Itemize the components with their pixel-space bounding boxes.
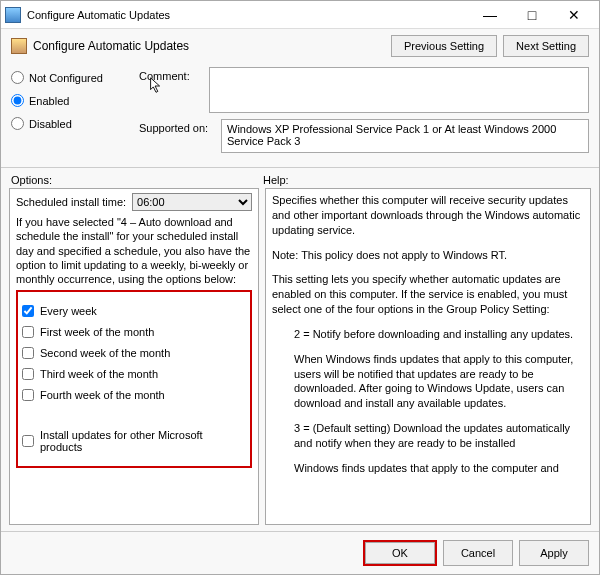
check-second-week[interactable]: Second week of the month (22, 347, 246, 359)
help-label: Help: (263, 174, 289, 186)
cancel-button[interactable]: Cancel (443, 540, 513, 566)
help-text: When Windows finds updates that apply to… (272, 352, 584, 411)
close-button[interactable]: ✕ (553, 3, 595, 27)
options-pane: Scheduled install time: 06:00 If you hav… (9, 188, 259, 525)
highlighted-options: Every week First week of the month Secon… (16, 290, 252, 468)
supported-on-label: Supported on: (139, 119, 221, 134)
scheduled-time-label: Scheduled install time: (16, 196, 126, 208)
options-scroll[interactable]: Scheduled install time: 06:00 If you hav… (10, 189, 258, 524)
check-fourth-week[interactable]: Fourth week of the month (22, 389, 246, 401)
radio-not-configured[interactable]: Not Configured (11, 71, 131, 84)
window-title: Configure Automatic Updates (27, 9, 469, 21)
help-text: Note: This policy does not apply to Wind… (272, 248, 584, 263)
mouse-cursor-icon (149, 77, 163, 95)
options-description: If you have selected "4 – Auto download … (16, 215, 252, 286)
help-text: 3 = (Default setting) Download the updat… (272, 421, 584, 451)
policy-editor-window: Configure Automatic Updates — □ ✕ Config… (0, 0, 600, 575)
help-text: Specifies whether this computer will rec… (272, 193, 584, 238)
dialog-footer: OK Cancel Apply (1, 531, 599, 574)
state-radio-group: Not Configured Enabled Disabled (11, 67, 131, 159)
radio-disabled[interactable]: Disabled (11, 117, 131, 130)
help-text: Windows finds updates that apply to the … (272, 461, 584, 476)
policy-header: Configure Automatic Updates Previous Set… (1, 29, 599, 63)
maximize-button[interactable]: □ (511, 3, 553, 27)
options-label: Options: (11, 174, 263, 186)
supported-on-text: Windows XP Professional Service Pack 1 o… (221, 119, 589, 153)
check-third-week[interactable]: Third week of the month (22, 368, 246, 380)
radio-enabled[interactable]: Enabled (11, 94, 131, 107)
title-bar: Configure Automatic Updates — □ ✕ (1, 1, 599, 29)
comment-textarea[interactable] (209, 67, 589, 113)
check-other-ms-products[interactable]: Install updates for other Microsoft prod… (22, 429, 246, 453)
config-area: Not Configured Enabled Disabled Comment:… (1, 63, 599, 168)
app-icon (5, 7, 21, 23)
next-setting-button[interactable]: Next Setting (503, 35, 589, 57)
help-scroll[interactable]: Specifies whether this computer will rec… (266, 189, 590, 524)
scheduled-time-select[interactable]: 06:00 (132, 193, 252, 211)
ok-button[interactable]: OK (365, 542, 435, 564)
help-text: 2 = Notify before downloading and instal… (272, 327, 584, 342)
apply-button[interactable]: Apply (519, 540, 589, 566)
check-every-week[interactable]: Every week (22, 305, 246, 317)
policy-icon (11, 38, 27, 54)
previous-setting-button[interactable]: Previous Setting (391, 35, 497, 57)
policy-name: Configure Automatic Updates (33, 39, 391, 53)
minimize-button[interactable]: — (469, 3, 511, 27)
help-text: This setting lets you specify whether au… (272, 272, 584, 317)
help-pane: Specifies whether this computer will rec… (265, 188, 591, 525)
check-first-week[interactable]: First week of the month (22, 326, 246, 338)
